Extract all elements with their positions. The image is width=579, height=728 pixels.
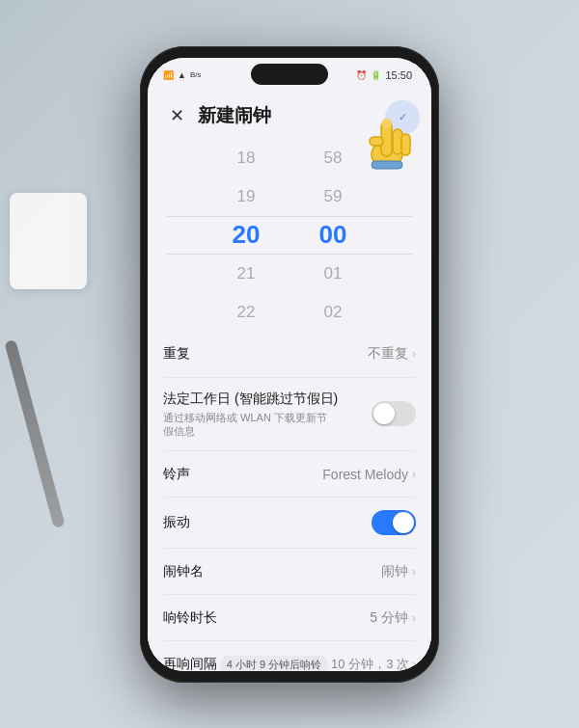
hour-19: 19 [217, 177, 275, 216]
repeat-chevron: › [412, 347, 416, 361]
repeat-value-text: 不重复 [368, 345, 408, 363]
battery-icon: 🔋 [371, 70, 381, 80]
speed-indicator: B/s [190, 70, 202, 79]
alarm-name-label: 闹钟名 [163, 563, 204, 580]
wifi-icon: ▲ [178, 70, 186, 80]
hour-21: 21 [217, 255, 275, 293]
alarm-name-setting[interactable]: 闹钟名 闹钟 › [163, 549, 416, 595]
save-icon: ✓ [399, 111, 407, 123]
minute-58: 58 [304, 139, 362, 177]
hour-column[interactable]: 18 19 20 21 22 [217, 139, 275, 332]
minute-column[interactable]: 58 59 00 01 02 [304, 139, 362, 332]
time-picker[interactable]: 18 19 20 21 22 58 59 00 01 02 [148, 139, 431, 332]
ringtone-setting[interactable]: 铃声 Forest Melody › [163, 451, 416, 498]
camera-notch [251, 64, 328, 85]
ringtone-label: 铃声 [163, 466, 190, 483]
phone-screen: 📶 ▲ B/s ⏰ 🔋 15:50 ✕ 新建闹钟 ✓ [148, 58, 431, 671]
snooze-label: 再响间隔 [163, 656, 217, 670]
minute-59: 59 [304, 177, 362, 216]
snooze-chevron: › [412, 658, 416, 670]
duration-label: 响铃时长 [163, 609, 217, 627]
vibrate-toggle-knob [393, 512, 414, 533]
page-title: 新建闹钟 [198, 103, 271, 128]
vibrate-toggle[interactable] [372, 510, 416, 535]
workday-label: 法定工作日 (智能跳过节假日) [163, 391, 338, 408]
phone-shell: 📶 ▲ B/s ⏰ 🔋 15:50 ✕ 新建闹钟 ✓ [140, 46, 439, 683]
picker-line-top [167, 216, 412, 217]
hour-18: 18 [217, 139, 275, 177]
status-bar: 📶 ▲ B/s ⏰ 🔋 15:50 [148, 58, 431, 93]
header: ✕ 新建闹钟 ✓ [148, 93, 431, 139]
alarm-name-value-text: 闹钟 [381, 563, 408, 580]
picker-line-bottom [167, 254, 412, 255]
settings-list: 重复 不重复 › 法定工作日 (智能跳过节假日) 通过移动网络或 WLAN 下载… [148, 332, 431, 671]
ringtone-value-text: Forest Melody [322, 467, 408, 482]
snooze-pill: 4 小时 9 分钟后响铃 [220, 656, 328, 671]
snooze-setting[interactable]: 再响间隔 4 小时 9 分钟后响铃 10 分钟，3 次 › [163, 641, 416, 670]
status-right: ⏰ 🔋 15:50 [356, 69, 412, 81]
ringtone-value: Forest Melody › [322, 467, 416, 482]
status-left: 📶 ▲ B/s [163, 70, 201, 80]
hour-22: 22 [217, 293, 275, 332]
repeat-label: 重复 [163, 345, 190, 363]
ringtone-chevron: › [412, 468, 416, 481]
signal-icon: 📶 [163, 70, 174, 80]
hour-20-selected: 20 [217, 216, 275, 255]
alarm-name-value: 闹钟 › [381, 563, 416, 580]
workday-setting[interactable]: 法定工作日 (智能跳过节假日) 通过移动网络或 WLAN 下载更新节假信息 [163, 378, 416, 452]
snooze-value-text: 10 分钟，3 次 [331, 656, 409, 670]
time-display: 15:50 [385, 69, 412, 81]
snooze-value: 4 小时 9 分钟后响铃 10 分钟，3 次 › [220, 656, 416, 671]
save-button[interactable]: ✓ [385, 100, 420, 135]
duration-value-text: 5 分钟 [370, 609, 408, 627]
workday-toggle-knob [373, 403, 395, 424]
workday-label-group: 法定工作日 (智能跳过节假日) 通过移动网络或 WLAN 下载更新节假信息 [163, 391, 338, 439]
app-content: ✕ 新建闹钟 ✓ 18 19 20 21 22 [148, 93, 431, 671]
close-button[interactable]: ✕ [163, 102, 190, 129]
picker-lines [167, 216, 412, 255]
alarm-name-chevron: › [412, 565, 416, 579]
alarm-status-icon: ⏰ [356, 70, 367, 80]
duration-value: 5 分钟 › [370, 609, 416, 627]
minute-00-selected: 00 [304, 216, 362, 255]
card-decoration [10, 193, 87, 289]
duration-chevron: › [412, 611, 416, 625]
workday-toggle[interactable] [372, 401, 416, 426]
repeat-setting[interactable]: 重复 不重复 › [163, 332, 416, 378]
workday-sublabel: 通过移动网络或 WLAN 下载更新节假信息 [163, 411, 332, 439]
vibrate-setting[interactable]: 振动 [163, 498, 416, 549]
minute-01: 01 [304, 255, 362, 293]
vibrate-label: 振动 [163, 514, 190, 531]
duration-setting[interactable]: 响铃时长 5 分钟 › [163, 595, 416, 641]
minute-02: 02 [304, 293, 362, 332]
repeat-value: 不重复 › [368, 345, 416, 363]
